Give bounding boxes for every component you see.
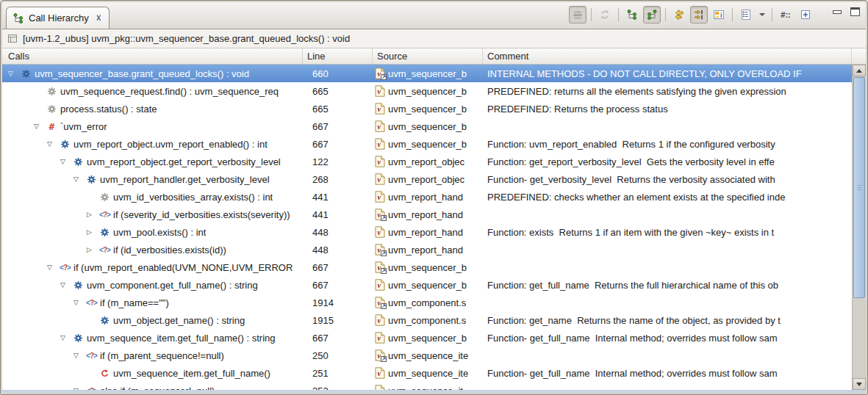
column-header-comment[interactable]: Comment (483, 48, 852, 64)
vertical-scrollbar[interactable] (852, 65, 866, 390)
function-predefined-icon (46, 87, 58, 96)
minimize-icon[interactable] (833, 10, 842, 14)
column-header-line[interactable]: Line (303, 48, 373, 64)
line-number: 667 (303, 280, 373, 291)
call-label: if (uvm_report_enabled(UVM_NONE,UVM_ERRO… (73, 262, 293, 273)
show-callees-button[interactable] (643, 6, 661, 23)
column-header-source[interactable]: Source (373, 48, 483, 64)
table-row[interactable]: ▽uvm_sequencer_base.grant_queued_locks()… (2, 65, 852, 82)
sv-file-icon (375, 226, 385, 238)
table-body: ▽uvm_sequencer_base.grant_queued_locks()… (2, 65, 852, 390)
view-menu-chevron-icon[interactable] (757, 6, 767, 23)
line-number: 667 (303, 139, 373, 150)
expander-icon[interactable]: ▽ (34, 123, 46, 130)
line-number: 268 (303, 174, 373, 185)
expander-icon[interactable]: ▷ (87, 228, 98, 236)
source-file: uvm_report_hand (388, 227, 463, 238)
table-row[interactable]: uvm_sequence_request.find() : uvm_sequen… (2, 82, 852, 100)
sv-file-icon (375, 156, 385, 167)
expander-icon[interactable]: ▽ (60, 334, 72, 341)
table-header: Calls Line Source Comment (2, 48, 866, 65)
table-row[interactable]: ▽<?>if (uvm_report_enabled(UVM_NONE,UVM_… (2, 258, 852, 276)
table-row[interactable]: ▽uvm_report_handler.get_verbosity_level … (2, 170, 852, 188)
function-icon (59, 139, 71, 149)
sv-file-icon (375, 138, 385, 150)
source-file: uvm_sequencer_b (388, 139, 467, 150)
back-arrows-icon (673, 9, 685, 21)
expander-icon[interactable]: ▽ (60, 281, 72, 289)
tab-title: Call Hierarchy (29, 12, 89, 23)
defines-filter-button[interactable]: #:: (777, 6, 795, 23)
expander-icon[interactable]: ▷ (87, 246, 98, 253)
window-bottom-edge (2, 390, 866, 393)
source-file: uvm_sequencer_b (388, 86, 467, 97)
table-row[interactable]: ▷<?>if (id_verbosities.exists(id)) 448 u… (2, 241, 852, 258)
pin-view-icon (800, 9, 811, 21)
sv-file-icon (375, 244, 385, 256)
close-icon[interactable]: ☓ (96, 12, 101, 23)
comment-text: Function: get_report_verbosity_level Get… (483, 156, 852, 167)
link-overlay-icon (381, 74, 387, 80)
line-number: 251 (303, 368, 373, 379)
toolbar-separator (591, 8, 592, 21)
source-file: uvm_sequencer_b (388, 121, 467, 132)
call-stack-button[interactable] (569, 6, 587, 23)
scrollbar-thumb[interactable] (853, 77, 865, 298)
scroll-down-button[interactable] (853, 378, 866, 390)
link-overlay-icon (381, 356, 387, 362)
expander-icon[interactable]: ▷ (87, 211, 98, 218)
maximize-icon[interactable] (850, 7, 860, 16)
pin-view-button[interactable] (797, 6, 814, 23)
comment-text: Function- get_full_name Internal method;… (483, 368, 852, 379)
expander-icon[interactable]: ▽ (73, 387, 85, 390)
tab-call-hierarchy[interactable]: Call Hierarchy ☓ (6, 7, 110, 29)
table-row[interactable]: uvm_id_verbosities_array.exists() : int … (2, 188, 852, 206)
table-row[interactable]: ▽<?>if (m_parent_sequence!=null) 250 uvm… (2, 347, 852, 364)
table-row[interactable]: ▽<?>else if (m_sequencer!=null) 252 uvm_… (2, 382, 852, 390)
table-row[interactable]: ▽uvm_report_object.get_report_verbosity_… (2, 153, 852, 170)
expander-icon[interactable]: ▽ (73, 352, 85, 359)
table-row[interactable]: ▽#`uvm_error 667 uvm_sequencer_b (2, 117, 852, 135)
arrow-up-icon (856, 66, 862, 73)
expander-icon[interactable]: ▽ (47, 140, 59, 148)
sv-file-icon (375, 367, 385, 379)
call-stack-icon (572, 9, 584, 21)
link-overlay-icon (381, 303, 387, 309)
macro-icon: # (46, 121, 58, 132)
filters-button[interactable] (737, 6, 755, 23)
refresh-button[interactable] (596, 6, 614, 23)
line-number: 665 (303, 86, 373, 97)
line-number: 250 (303, 350, 373, 361)
link-overlay-icon (381, 250, 387, 256)
expander-icon[interactable]: ▽ (73, 299, 85, 306)
table-row[interactable]: ▽<?>if (m_name=="") 1914 uvm_component.s (2, 294, 852, 311)
table-row[interactable]: ▷<?>if (severity_id_verbosities.exists(s… (2, 206, 852, 223)
call-label: uvm_sequence_request.find() : uvm_sequen… (60, 86, 279, 97)
toolbar-separator (732, 8, 733, 21)
layout-button[interactable]: i (710, 6, 728, 23)
table-row[interactable]: process.status() : state 665 uvm_sequenc… (2, 100, 852, 117)
table-row[interactable]: ▽uvm_component.get_full_name() : string … (2, 276, 852, 294)
scroll-up-button[interactable] (853, 65, 866, 76)
table-row[interactable]: ▽uvm_sequence_item.get_full_name() : str… (2, 329, 852, 347)
table-row[interactable]: uvm_sequence_item.get_full_name() 251 uv… (2, 364, 852, 382)
expander-icon[interactable]: ▽ (60, 158, 72, 165)
link-overlay-icon (381, 215, 387, 221)
layout-icon: i (713, 9, 725, 21)
sv-file-icon (375, 332, 385, 344)
table-row[interactable]: ▽uvm_report_object.uvm_report_enabled() … (2, 135, 852, 153)
back-arrows-button[interactable] (670, 6, 688, 23)
show-callers-button[interactable] (623, 6, 641, 23)
column-header-calls[interactable]: Calls (2, 48, 303, 64)
expander-icon[interactable]: ▽ (8, 70, 20, 77)
expander-icon[interactable]: ▽ (73, 175, 85, 183)
call-label: if (id_verbosities.exists(id)) (113, 244, 226, 256)
hierarchy-root-bar: [uvm-1.2_ubus] uvm_pkg::uvm_sequencer_ba… (2, 29, 866, 48)
table-row[interactable]: uvm_object.get_name() : string 1915 uvm_… (2, 311, 852, 329)
expand-callees-button[interactable] (690, 6, 708, 23)
expander-icon[interactable]: ▽ (47, 264, 59, 271)
sv-file-icon (375, 314, 385, 326)
source-file: uvm_sequence_ite (388, 368, 468, 379)
arrow-down-icon (856, 383, 862, 389)
table-row[interactable]: ▷uvm_pool.exists() : int 448 uvm_report_… (2, 223, 852, 241)
